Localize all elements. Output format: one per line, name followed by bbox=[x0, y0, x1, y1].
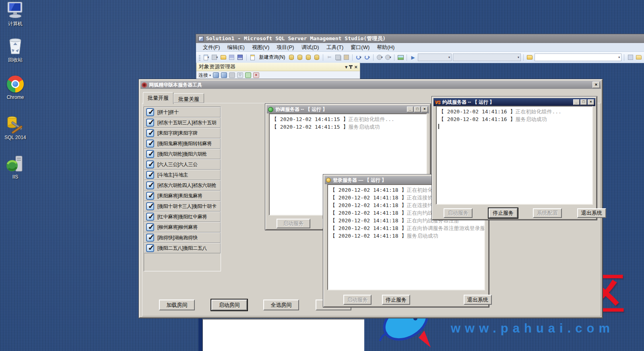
copy-icon[interactable] bbox=[334, 54, 341, 61]
save-icon[interactable] bbox=[228, 54, 235, 61]
stop-service-button[interactable]: 停止服务 bbox=[489, 208, 518, 218]
undo-icon[interactable]: ▾ bbox=[355, 54, 362, 61]
execute-icon[interactable]: ▶ bbox=[409, 54, 417, 61]
redo-icon[interactable]: ▾ bbox=[363, 54, 371, 61]
checkbox-checked-icon[interactable] bbox=[146, 108, 154, 116]
exit-system-button[interactable]: 退出系统 bbox=[464, 295, 492, 305]
room-list-item[interactable]: [斗地主]斗地主 bbox=[144, 170, 221, 180]
checkbox-checked-icon[interactable] bbox=[146, 202, 154, 210]
database-edit-icon[interactable] bbox=[296, 54, 303, 61]
cut-icon[interactable]: ✄ bbox=[326, 54, 333, 61]
maximize-button[interactable]: □ bbox=[580, 99, 587, 105]
close-button[interactable]: × bbox=[592, 82, 600, 88]
checkbox-checked-icon[interactable] bbox=[146, 150, 154, 158]
close-button[interactable]: × bbox=[421, 107, 428, 112]
add-item-icon[interactable]: ▾ bbox=[211, 54, 219, 61]
coordination-server-titlebar[interactable]: 协调服务器 -- 【 运行 】 _ □ × bbox=[267, 105, 429, 113]
object-explorer-header[interactable]: 对象资源管理器 ▾ × bbox=[196, 63, 360, 71]
room-list-item[interactable]: [衡阳十胡卡三人]衡阳十胡卡 bbox=[144, 201, 221, 211]
stop-icon[interactable] bbox=[229, 72, 235, 78]
refresh-icon[interactable] bbox=[245, 72, 251, 78]
server-tool-titlebar[interactable]: 网狐精华版本服务器工具 × bbox=[140, 81, 601, 89]
start-service-button[interactable]: 启动服务 bbox=[444, 208, 473, 218]
exit-system-button[interactable]: 退出系统 bbox=[577, 208, 606, 218]
room-list-item[interactable]: [祁东六胡抢四人]祁东六胡抢 bbox=[144, 180, 221, 191]
search-combobox[interactable]: ▾ bbox=[535, 53, 621, 61]
filter-icon[interactable]: ▽ bbox=[237, 72, 243, 78]
desktop-icon-iis[interactable]: IIS bbox=[2, 154, 29, 180]
database-query-icon[interactable] bbox=[288, 54, 295, 61]
chevron-down-icon[interactable]: ▾ bbox=[209, 74, 211, 77]
connect-server-icon[interactable] bbox=[213, 72, 219, 78]
save-all-icon[interactable] bbox=[237, 54, 244, 61]
menu-item[interactable]: 窗口(W) bbox=[347, 43, 373, 52]
new-query-icon[interactable] bbox=[249, 54, 256, 61]
tab-batch-close[interactable]: 批量关服 bbox=[173, 93, 204, 103]
menu-item[interactable]: 文件(F) bbox=[199, 43, 224, 52]
database-open-icon[interactable] bbox=[313, 54, 320, 61]
room-list-item[interactable]: [跑得快]湖南跑得快 bbox=[144, 232, 221, 243]
menu-item[interactable]: 视图(V) bbox=[248, 43, 273, 52]
room-list-item[interactable]: [耒阳麻将]耒阳鬼麻将 bbox=[144, 191, 221, 201]
navigate-back-icon[interactable]: ▾ bbox=[376, 54, 383, 61]
delete-icon[interactable]: × bbox=[253, 72, 259, 78]
checkbox-checked-icon[interactable] bbox=[146, 213, 154, 221]
match-server-titlebar[interactable]: VS 约战服务器 -- 【 运行 】 _ □ × bbox=[433, 98, 595, 106]
database-script-icon[interactable] bbox=[305, 54, 312, 61]
toolbar-combobox-small[interactable]: ▾ bbox=[418, 53, 452, 61]
pin-icon[interactable] bbox=[350, 65, 351, 69]
new-query-button[interactable]: 新建查询(N) bbox=[258, 54, 287, 61]
room-list-item[interactable]: [柳州麻将]柳州麻将 bbox=[144, 222, 221, 232]
menu-item[interactable]: 帮助(H) bbox=[373, 43, 398, 52]
paste-icon[interactable] bbox=[343, 54, 350, 61]
room-list-item[interactable]: [耒阳字牌]耒阳字牌 bbox=[144, 128, 221, 138]
desktop-icon-sql-2014[interactable]: SQL 2014 bbox=[2, 115, 29, 140]
navigate-forward-icon[interactable]: ▾ bbox=[384, 54, 392, 61]
image-icon[interactable] bbox=[397, 54, 404, 61]
open-file-icon[interactable] bbox=[220, 54, 227, 61]
menu-item[interactable]: 工具(T) bbox=[323, 43, 347, 52]
menu-item[interactable]: 调试(D) bbox=[298, 43, 323, 52]
checkbox-checked-icon[interactable] bbox=[146, 129, 154, 137]
maximize-button[interactable]: □ bbox=[414, 107, 421, 112]
menu-item[interactable]: 项目(P) bbox=[273, 43, 297, 52]
room-list-item[interactable]: [六人三公]六人三公 bbox=[144, 159, 221, 170]
checkbox-checked-icon[interactable] bbox=[146, 160, 154, 168]
ssms-titlebar[interactable]: Solution1 - Microsoft SQL Server Managem… bbox=[196, 34, 644, 43]
menu-item[interactable]: 编辑(E) bbox=[224, 43, 248, 52]
toolbar-combobox-medium[interactable]: ▾ bbox=[453, 53, 521, 61]
help-icon[interactable] bbox=[627, 54, 634, 61]
checkbox-checked-icon[interactable] bbox=[146, 119, 154, 127]
system-config-button[interactable]: 系统配置 bbox=[533, 208, 562, 218]
checkbox-checked-icon[interactable] bbox=[146, 244, 154, 252]
checkbox-checked-icon[interactable] bbox=[146, 171, 154, 179]
minimize-button[interactable]: _ bbox=[573, 99, 580, 105]
checkbox-checked-icon[interactable] bbox=[146, 234, 154, 242]
room-list-item[interactable]: [衡阳二五八]衡阳二五八 bbox=[144, 243, 221, 253]
checkbox-checked-icon[interactable] bbox=[146, 223, 154, 231]
disconnect-server-icon[interactable] bbox=[221, 72, 227, 78]
window-position-icon[interactable]: ▾ bbox=[345, 64, 348, 70]
connect-button[interactable]: 连接 bbox=[198, 72, 208, 79]
desktop-icon-computer[interactable]: 计算机 bbox=[2, 1, 29, 27]
minimize-button[interactable]: _ bbox=[407, 107, 413, 112]
start-service-button[interactable]: 启动服务 bbox=[277, 219, 310, 228]
start-rooms-button[interactable]: 启动房间 bbox=[211, 300, 247, 310]
select-all-rooms-button[interactable]: 全选房间 bbox=[263, 300, 299, 310]
checkbox-checked-icon[interactable] bbox=[146, 192, 154, 200]
new-project-icon[interactable]: ▾ bbox=[203, 54, 210, 61]
room-list-item[interactable]: [祁东十五胡三人]祁东十五胡 bbox=[144, 117, 221, 128]
load-rooms-button[interactable]: 加载房间 bbox=[159, 300, 195, 310]
template-explorer-icon[interactable] bbox=[526, 54, 533, 61]
room-list-item[interactable]: [衡阳鬼麻将]衡阳转转麻将 bbox=[144, 138, 221, 149]
close-icon[interactable]: × bbox=[354, 64, 357, 70]
checkbox-checked-icon[interactable] bbox=[146, 140, 154, 148]
checkbox-checked-icon[interactable] bbox=[146, 181, 154, 189]
options-icon[interactable] bbox=[635, 54, 642, 61]
tab-batch-open[interactable]: 批量开服 bbox=[143, 92, 173, 104]
start-service-button[interactable]: 启动服务 bbox=[343, 295, 372, 305]
desktop-icon-chrome[interactable]: Chrome bbox=[2, 75, 29, 100]
room-list-item[interactable]: [拼十]拼十 bbox=[144, 107, 221, 117]
close-button[interactable]: × bbox=[588, 99, 594, 105]
room-list-item[interactable]: [衡阳六胡抢]衡阳六胡抢 bbox=[144, 149, 221, 159]
